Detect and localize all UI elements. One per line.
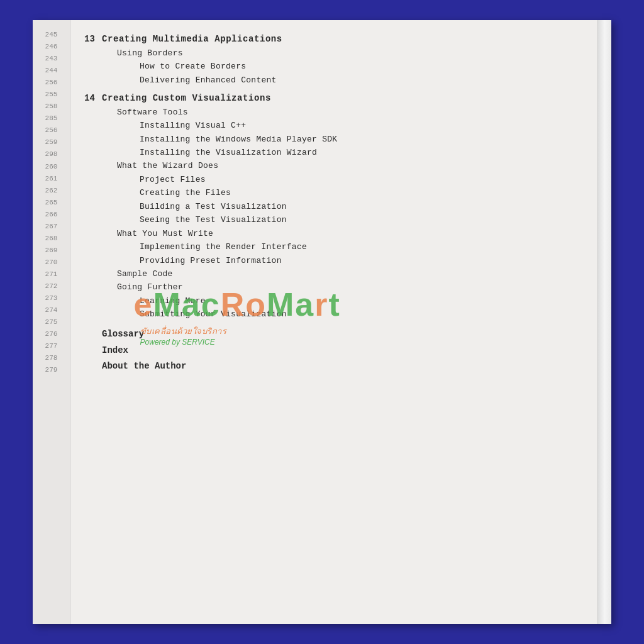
page-num: 262 — [33, 185, 70, 197]
section-providing-preset: Providing Preset Information — [84, 254, 580, 267]
chapter-13-num: 13 — [84, 33, 102, 47]
section-submitting-viz: Submitting Your Visualization — [84, 308, 580, 321]
section-implementing-render: Implementing the Render Interface — [84, 240, 580, 253]
section-how-to-create-borders: How to Create Borders — [84, 60, 580, 73]
book-page: 245 246 243 244 256 255 258 285 256 259 … — [33, 20, 611, 624]
page-num: 272 — [33, 280, 70, 292]
page-num: 270 — [33, 257, 70, 269]
section-creating-files: Creating the Files — [84, 186, 580, 199]
page-num: 266 — [33, 209, 70, 221]
section-learning-more: Learning More — [84, 294, 580, 308]
about-author-entry: About the Author — [84, 358, 580, 375]
index-entry: Index — [84, 343, 580, 359]
section-installing-wmp-sdk: Installing the Windows Media Player SDK — [84, 133, 580, 146]
page-num: 244 — [33, 65, 70, 77]
page-num: 279 — [33, 364, 70, 376]
chapter-14-num: 14 — [84, 92, 102, 106]
page-right-edge — [597, 20, 611, 624]
page-num: 256 — [33, 125, 70, 136]
page-num: 268 — [33, 233, 70, 245]
glossary-entry: Glossary — [84, 326, 580, 343]
page-num: 274 — [33, 304, 70, 316]
page-num: 243 — [33, 53, 70, 65]
section-building-test-viz: Building a Test Visualization — [84, 200, 580, 213]
page-num: 269 — [33, 245, 70, 257]
page-num: 246 — [33, 41, 70, 53]
section-going-further: Going Further — [84, 280, 580, 294]
page-num: 298 — [33, 148, 70, 160]
page-num: 285 — [33, 113, 70, 125]
section-project-files: Project Files — [84, 173, 580, 186]
section-what-you-must-write: What You Must Write — [84, 227, 580, 240]
page-num: 275 — [33, 316, 70, 328]
page-num: 261 — [33, 173, 70, 185]
section-software-tools: Software Tools — [84, 106, 580, 119]
page-num: 278 — [33, 352, 70, 364]
section-what-wizard-does: What the Wizard Does — [84, 159, 580, 172]
chapter-13-title: Creating Multimedia Applications — [102, 33, 282, 47]
section-sample-code: Sample Code — [84, 267, 580, 280]
section-seeing-test-viz: Seeing the Test Visualization — [84, 213, 580, 226]
chapter-14-entry: 14 Creating Custom Visualizations — [84, 92, 580, 106]
page-num: 259 — [33, 136, 70, 148]
section-using-borders: Using Borders — [84, 47, 580, 60]
toc-content: 13 Creating Multimedia Applications Usin… — [70, 20, 597, 624]
page-num: 277 — [33, 340, 70, 352]
section-installing-viz-wizard: Installing the Visualization Wizard — [84, 146, 580, 159]
chapter-13-entry: 13 Creating Multimedia Applications — [84, 33, 580, 47]
page-num: 245 — [33, 29, 70, 41]
section-installing-visual-cpp: Installing Visual C++ — [84, 119, 580, 132]
page-num: 265 — [33, 197, 70, 209]
page-num: 256 — [33, 77, 70, 89]
page-num: 273 — [33, 292, 70, 304]
page-num: 267 — [33, 221, 70, 233]
page-num: 258 — [33, 101, 70, 113]
page-num: 255 — [33, 89, 70, 101]
page-numbers-strip: 245 246 243 244 256 255 258 285 256 259 … — [33, 20, 70, 624]
page-num: 260 — [33, 161, 70, 173]
page-num: 271 — [33, 269, 70, 280]
chapter-14-title: Creating Custom Visualizations — [102, 92, 271, 106]
section-delivering-enhanced: Delivering Enhanced Content — [84, 74, 580, 87]
page-num: 276 — [33, 328, 70, 340]
